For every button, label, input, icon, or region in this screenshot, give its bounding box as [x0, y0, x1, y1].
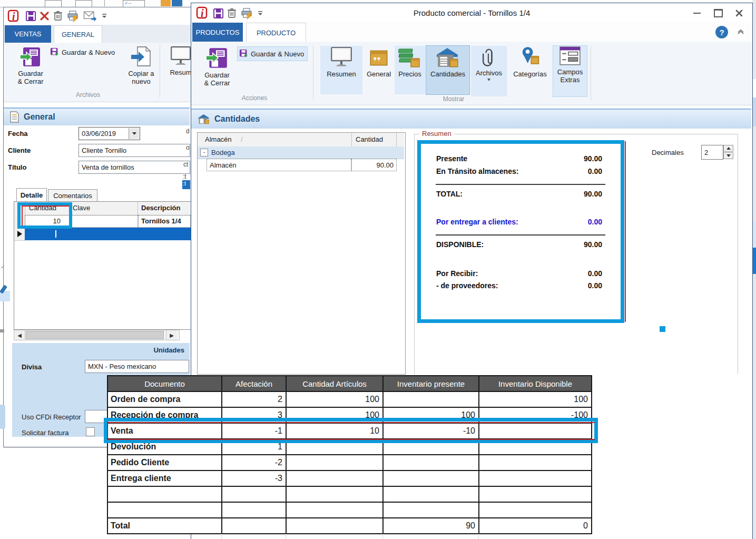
ribbon-button-archivos[interactable]: Archivos	[471, 46, 507, 96]
minimize-button[interactable]	[689, 7, 705, 19]
save-icon[interactable]	[25, 10, 36, 22]
grid-row-selected[interactable]	[14, 228, 191, 240]
cell[interactable]	[286, 502, 383, 518]
dropdown-button[interactable]	[129, 128, 139, 139]
cell[interactable]	[286, 518, 383, 534]
cell[interactable]: Devolución	[107, 439, 222, 455]
cell[interactable]: 3	[222, 407, 286, 423]
cell[interactable]: Venta	[107, 423, 222, 439]
cell[interactable]	[286, 455, 383, 471]
cell[interactable]	[479, 486, 592, 502]
spinner-down-button[interactable]	[723, 152, 733, 159]
cell[interactable]	[479, 471, 592, 486]
help-icon[interactable]: ?	[715, 26, 728, 38]
tab-ventas[interactable]: VENTAS	[5, 25, 51, 43]
cell[interactable]: 2	[222, 391, 286, 407]
grid-col-cantidad[interactable]: Cantidad	[25, 202, 70, 215]
cell[interactable]	[222, 486, 286, 502]
clave-cell[interactable]	[70, 215, 138, 228]
cell[interactable]	[479, 439, 592, 455]
close-button[interactable]	[731, 7, 747, 19]
ribbon-button-campos-extras[interactable]: Campos Extras	[553, 46, 587, 96]
cell[interactable]: Recepción de compra	[107, 407, 222, 423]
cell[interactable]	[286, 471, 383, 486]
cell[interactable]: 100	[286, 407, 383, 423]
cell[interactable]	[383, 502, 479, 518]
ribbon-button-general[interactable]: General	[364, 46, 394, 94]
tab-productos[interactable]: PRODUCTOS	[192, 23, 243, 42]
fecha-combobox[interactable]: 03/06/2019	[78, 127, 140, 140]
ribbon-button-precios[interactable]: Precios	[395, 46, 425, 94]
guardar-nuevo-button[interactable]: Guardar & Nuevo	[50, 46, 129, 58]
cell[interactable]: 90	[383, 518, 479, 534]
cell[interactable]	[479, 455, 592, 471]
cell[interactable]: 100	[479, 391, 592, 407]
maximize-button[interactable]	[710, 7, 726, 19]
cell[interactable]	[107, 502, 222, 518]
cell[interactable]	[222, 502, 286, 518]
h-scrollbar[interactable]: ◀ ▶	[14, 330, 180, 340]
cell[interactable]	[286, 439, 383, 455]
col-documento[interactable]: Documento	[107, 376, 222, 391]
cell[interactable]	[383, 455, 479, 471]
almacen-cell[interactable]: Almacén	[207, 159, 351, 171]
delete-icon[interactable]	[38, 10, 50, 22]
mail-icon[interactable]	[83, 9, 97, 22]
decimales-field[interactable]: 2	[701, 145, 723, 160]
cantidad-cell[interactable]: 90.00	[351, 159, 397, 171]
cell[interactable]	[107, 486, 222, 502]
col-cantidad-header[interactable]: Cantidad	[356, 135, 383, 143]
cell[interactable]: 0	[479, 518, 592, 534]
cell[interactable]	[479, 423, 592, 439]
print-icon[interactable]	[66, 9, 80, 23]
row-selector-cell[interactable]	[14, 215, 25, 228]
ribbon-button-resumen[interactable]: Resumen	[320, 46, 362, 94]
solicitar-factura-checkbox[interactable]	[86, 427, 95, 436]
tab-detalle[interactable]: Detalle	[16, 188, 47, 202]
cell[interactable]: -10	[383, 423, 479, 439]
scroll-left-button[interactable]: ◀	[14, 330, 25, 340]
cell[interactable]: Total	[107, 518, 222, 534]
spinner-up-button[interactable]	[723, 145, 733, 152]
guardar-nuevo-button[interactable]: Guardar & Nuevo	[238, 47, 307, 61]
col-almacen-header[interactable]: Almacén	[205, 135, 232, 143]
scroll-right-button[interactable]: ▶	[166, 330, 177, 340]
scroll-thumb[interactable]	[26, 331, 164, 339]
tab-general[interactable]: GENERAL	[54, 25, 102, 43]
cell[interactable]: -3	[222, 471, 286, 486]
cell[interactable]: -100	[479, 407, 592, 423]
col-cantidad-articulos[interactable]: Cantidad Artículos	[286, 376, 383, 391]
cell[interactable]: Pedido Cliente	[107, 455, 222, 471]
divisa-field[interactable]: MXN - Peso mexicano	[85, 360, 189, 373]
col-afectacion[interactable]: Afectación	[222, 376, 286, 391]
cell[interactable]	[222, 518, 286, 534]
cliente-field[interactable]: Cliente Tornillo	[78, 144, 190, 157]
copiar-nuevo-button[interactable]: Copiar a nuevo	[124, 45, 159, 93]
grid-col-descripcion[interactable]: Descripción	[138, 202, 191, 215]
guardar-cerrar-button[interactable]: Guardar & Cerrar	[199, 46, 235, 94]
trash-icon[interactable]	[52, 9, 64, 22]
collapse-minus-button[interactable]: -	[200, 149, 208, 156]
cell[interactable]: -1	[222, 423, 286, 439]
ribbon-button-cantidades[interactable]: Cantidades	[426, 46, 469, 94]
guardar-cerrar-button[interactable]: Guardar & Cerrar	[13, 45, 48, 92]
cell[interactable]: 100	[383, 407, 479, 423]
titulo-field[interactable]: Venta de tornillos	[78, 161, 190, 174]
tab-comentarios[interactable]: Comentarios	[48, 189, 97, 202]
cell[interactable]	[479, 502, 592, 518]
cell[interactable]	[383, 391, 479, 407]
cell[interactable]	[286, 486, 383, 502]
collapse-ribbon-icon[interactable]	[736, 28, 745, 36]
group-row-bodega[interactable]: - Bodega	[198, 146, 404, 159]
cell[interactable]: 10	[286, 423, 383, 439]
row-selector-cell[interactable]	[14, 228, 25, 241]
cell[interactable]: Orden de compra	[107, 391, 222, 407]
cell[interactable]: 1	[222, 439, 286, 455]
col-inventario-presente[interactable]: Inventario presente	[383, 376, 479, 391]
descripcion-cell[interactable]: Tornillos 1/4	[138, 215, 191, 228]
cell[interactable]	[383, 486, 479, 502]
grid-col-clave[interactable]: Clave	[70, 202, 138, 215]
cell[interactable]: -2	[222, 455, 286, 471]
cell[interactable]: Entrega cliente	[107, 471, 222, 486]
cell[interactable]	[383, 439, 479, 455]
